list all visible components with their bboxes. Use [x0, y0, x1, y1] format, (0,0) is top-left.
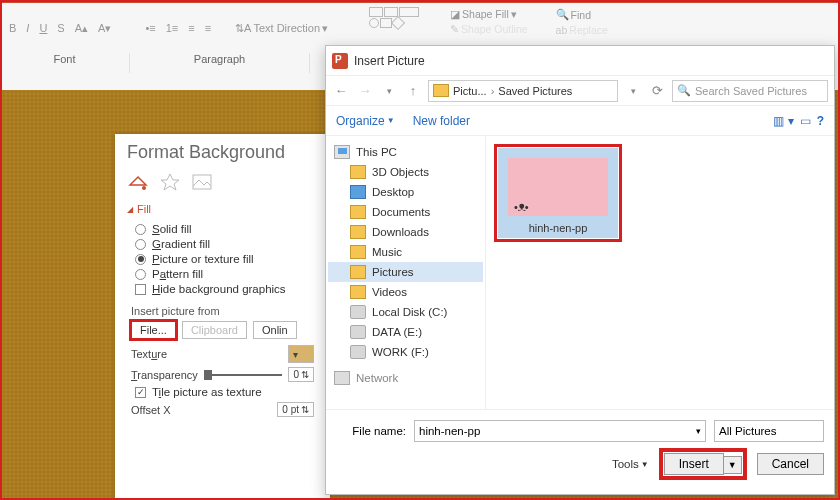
tile-checkbox[interactable]: Tile picture as texture: [135, 386, 318, 398]
folder-icon: [350, 225, 366, 239]
tree-item[interactable]: Desktop: [328, 182, 483, 202]
strike-button[interactable]: S: [54, 21, 67, 35]
folder-icon: [350, 185, 366, 199]
bucket-icon: ◪: [450, 8, 460, 20]
addr-dropdown[interactable]: ▾: [624, 82, 642, 100]
pc-icon: [334, 145, 350, 159]
tree-this-pc[interactable]: This PC: [328, 142, 483, 162]
format-background-pane: Format Background Fill Solid fill Gradie…: [115, 134, 330, 500]
folder-icon: [350, 165, 366, 179]
align-center[interactable]: ≡: [202, 21, 214, 35]
refresh-button[interactable]: ⟳: [648, 82, 666, 100]
align-left[interactable]: ≡: [185, 21, 197, 35]
texture-label: Texture: [131, 348, 167, 360]
search-icon: 🔍: [677, 84, 691, 97]
drive-icon: [350, 305, 366, 319]
tree-item[interactable]: Music: [328, 242, 483, 262]
paragraph-group-label: Paragraph: [130, 53, 310, 73]
file-list[interactable]: hinh-nen-pp: [486, 136, 834, 409]
thumbnail-label: hinh-nen-pp: [506, 222, 610, 234]
back-button[interactable]: ←: [332, 82, 350, 100]
tree-item[interactable]: Videos: [328, 282, 483, 302]
filename-combo[interactable]: hinh-nen-pp▾: [414, 420, 706, 442]
powerpoint-icon: [332, 53, 348, 69]
pane-title: Format Background: [127, 142, 318, 163]
hide-bg-checkbox[interactable]: Hide background graphics: [135, 283, 318, 295]
view-mode-button[interactable]: ▥ ▾: [773, 114, 793, 128]
insert-button[interactable]: Insert: [664, 453, 724, 475]
insert-picture-dialog: Insert Picture ← → ▾ ↑ Pictu... › Saved …: [325, 45, 835, 495]
folder-tree: This PC 3D Objects Desktop Documents Dow…: [326, 136, 486, 409]
transparency-value[interactable]: 0 ⇅: [288, 367, 314, 382]
svg-rect-2: [193, 175, 211, 189]
preview-pane-button[interactable]: ▭: [800, 114, 811, 128]
thumbnail-image: [508, 158, 608, 216]
filter-combo[interactable]: All Pictures: [714, 420, 824, 442]
search-icon: 🔍: [556, 8, 569, 21]
shape-outline-button[interactable]: ✎ Shape Outline: [447, 22, 531, 36]
bold-button[interactable]: B: [6, 21, 19, 35]
effects-tab-icon[interactable]: [159, 171, 181, 193]
transparency-label: Transparency: [131, 369, 198, 381]
help-button[interactable]: ?: [817, 114, 824, 128]
pencil-icon: ✎: [450, 23, 459, 35]
numbering-button[interactable]: 1≡: [163, 21, 182, 35]
recent-dropdown[interactable]: ▾: [380, 82, 398, 100]
font-size-up[interactable]: A▴: [72, 21, 91, 36]
folder-icon: [350, 265, 366, 279]
font-group-label: Font: [0, 53, 130, 73]
file-thumbnail[interactable]: hinh-nen-pp: [494, 144, 622, 242]
search-input[interactable]: 🔍 Search Saved Pictures: [672, 80, 828, 102]
tree-item[interactable]: 3D Objects: [328, 162, 483, 182]
gradient-fill-radio[interactable]: Gradient fill: [135, 238, 318, 250]
fill-section-header[interactable]: Fill: [127, 203, 318, 215]
shape-fill-button[interactable]: ◪ Shape Fill ▾: [447, 7, 531, 21]
dialog-titlebar: Insert Picture: [326, 46, 834, 76]
tree-item[interactable]: WORK (F:): [328, 342, 483, 362]
picture-tab-icon[interactable]: [191, 171, 213, 193]
solid-fill-radio[interactable]: Solid fill: [135, 223, 318, 235]
new-folder-button[interactable]: New folder: [413, 114, 470, 128]
cancel-button[interactable]: Cancel: [757, 453, 824, 475]
svg-marker-1: [161, 174, 179, 190]
organize-menu[interactable]: Organize ▼: [336, 114, 395, 128]
tools-menu[interactable]: Tools ▼: [612, 458, 649, 470]
drive-icon: [350, 325, 366, 339]
replace-button[interactable]: ab Replace: [553, 23, 611, 37]
bullets-button[interactable]: •≡: [142, 21, 158, 35]
underline-button[interactable]: U: [36, 21, 50, 35]
address-bar[interactable]: Pictu... › Saved Pictures: [428, 80, 618, 102]
folder-icon: [350, 205, 366, 219]
tree-item[interactable]: Documents: [328, 202, 483, 222]
shapes-gallery[interactable]: [369, 7, 419, 17]
tree-item-pictures[interactable]: Pictures: [328, 262, 483, 282]
clipboard-button[interactable]: Clipboard: [182, 321, 247, 339]
file-button[interactable]: File...: [131, 321, 176, 339]
transparency-slider[interactable]: [204, 374, 283, 376]
fill-tab-icon[interactable]: [127, 171, 149, 193]
tree-item[interactable]: DATA (E:): [328, 322, 483, 342]
find-button[interactable]: 🔍 Find: [553, 7, 611, 22]
text-direction-button[interactable]: ⇅A Text Direction ▾: [232, 21, 331, 36]
picture-fill-radio[interactable]: Picture or texture fill: [135, 253, 318, 265]
forward-button[interactable]: →: [356, 82, 374, 100]
offset-x-label: Offset X: [131, 404, 171, 416]
tree-item[interactable]: Local Disk (C:): [328, 302, 483, 322]
tree-item[interactable]: Downloads: [328, 222, 483, 242]
up-button[interactable]: ↑: [404, 82, 422, 100]
pattern-fill-radio[interactable]: Pattern fill: [135, 268, 318, 280]
drive-icon: [350, 345, 366, 359]
svg-point-0: [142, 186, 146, 190]
font-size-down[interactable]: A▾: [95, 21, 114, 36]
offset-x-value[interactable]: 0 pt ⇅: [277, 402, 314, 417]
text-direction-icon: ⇅A: [235, 22, 251, 35]
network-icon: [334, 371, 350, 385]
replace-icon: ab: [556, 24, 568, 36]
texture-picker[interactable]: ▾: [288, 345, 314, 363]
insert-highlight: Insert ▼: [659, 448, 747, 480]
italic-button[interactable]: I: [23, 21, 32, 35]
tree-network[interactable]: Network: [328, 368, 483, 388]
insert-split[interactable]: ▼: [723, 456, 742, 474]
online-button[interactable]: Onlin: [253, 321, 297, 339]
folder-icon: [350, 285, 366, 299]
